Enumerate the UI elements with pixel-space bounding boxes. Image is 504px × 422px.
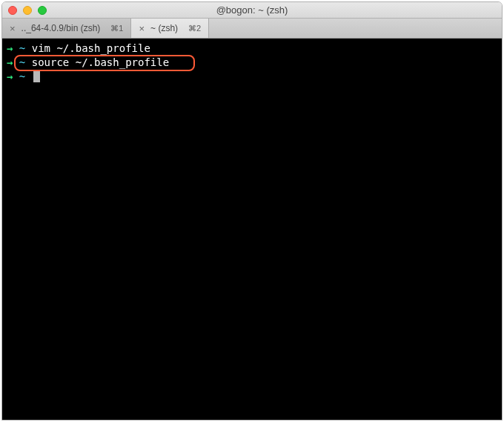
terminal-line: → ~ vim ~/.bash_profile [7, 42, 497, 56]
window-title: @bogon: ~ (zsh) [2, 4, 502, 16]
prompt-path: ~ [19, 42, 32, 56]
command-text: source ~/.bash_profile [32, 56, 169, 70]
prompt-path: ~ [19, 56, 32, 70]
tab-label: .._64-4.0.9/bin (zsh) [21, 23, 101, 33]
terminal-viewport[interactable]: → ~ vim ~/.bash_profile → ~ source ~/.ba… [2, 39, 502, 420]
close-tab-icon[interactable]: × [139, 24, 145, 33]
tabbar: × .._64-4.0.9/bin (zsh) ⌘1 × ~ (zsh) ⌘2 [2, 19, 502, 39]
cursor-icon [33, 70, 40, 82]
titlebar[interactable]: @bogon: ~ (zsh) [2, 2, 502, 19]
maximize-icon[interactable] [38, 6, 47, 15]
prompt-arrow-icon: → [7, 56, 19, 70]
traffic-lights [2, 6, 47, 15]
prompt-path: ~ [19, 70, 32, 84]
tab-shortcut: ⌘2 [188, 24, 201, 33]
terminal-line: → ~ [7, 70, 497, 84]
terminal-window: @bogon: ~ (zsh) × .._64-4.0.9/bin (zsh) … [1, 1, 503, 421]
command-text: vim ~/.bash_profile [32, 42, 150, 56]
tab-session-1[interactable]: × .._64-4.0.9/bin (zsh) ⌘1 [2, 19, 131, 38]
tab-session-2[interactable]: × ~ (zsh) ⌘2 [131, 19, 209, 38]
tab-shortcut: ⌘1 [110, 24, 123, 33]
close-tab-icon[interactable]: × [10, 24, 16, 33]
tab-label: ~ (zsh) [150, 23, 178, 33]
prompt-arrow-icon: → [7, 42, 19, 56]
terminal-line: → ~ source ~/.bash_profile [7, 56, 497, 70]
minimize-icon[interactable] [23, 6, 32, 15]
prompt-arrow-icon: → [7, 70, 19, 84]
close-icon[interactable] [8, 6, 17, 15]
